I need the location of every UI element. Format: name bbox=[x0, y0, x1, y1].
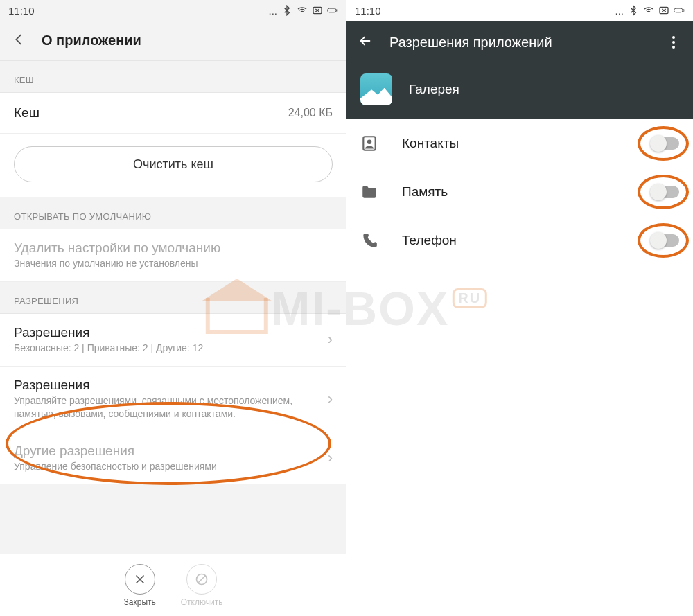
perm3-title: Другие разрешения bbox=[14, 443, 321, 459]
disable-action[interactable]: Отключить bbox=[181, 564, 223, 607]
permissions-row-2[interactable]: Разрешения Управляйте разрешениями, связ… bbox=[0, 367, 346, 432]
permissions-page-title: Разрешения приложений bbox=[389, 35, 649, 51]
perm3-sub: Управление безопасностью и разрешениями bbox=[14, 460, 321, 473]
chevron-right-icon: › bbox=[328, 449, 333, 467]
back-arrow-icon[interactable] bbox=[358, 33, 373, 51]
clear-cache-button[interactable]: Очистить кеш bbox=[14, 146, 333, 182]
other-permissions-row[interactable]: Другие разрешения Управление безопасност… bbox=[0, 432, 346, 485]
page-title: О приложении bbox=[42, 33, 141, 49]
svg-rect-2 bbox=[337, 10, 337, 11]
reset-defaults-sub: Значения по умолчанию не установлены bbox=[14, 257, 326, 270]
chevron-right-icon: › bbox=[328, 390, 333, 408]
permission-row-storage[interactable]: Память bbox=[346, 168, 693, 216]
phone-icon bbox=[360, 231, 378, 249]
status-icons: ... bbox=[615, 5, 685, 17]
perm1-sub: Безопасные: 2 | Приватные: 2 | Другие: 1… bbox=[14, 342, 321, 355]
phone-right-permissions: 11:10 ... Разрешения приложений Галерея bbox=[346, 0, 693, 616]
disable-label: Отключить bbox=[181, 597, 223, 607]
svg-rect-6 bbox=[683, 10, 684, 11]
battery-icon bbox=[327, 5, 338, 16]
menu-kebab-icon[interactable] bbox=[665, 36, 682, 49]
section-cache-header: КЕШ bbox=[0, 61, 346, 93]
permission-row-contacts[interactable]: Контакты bbox=[346, 119, 693, 168]
wifi-icon bbox=[297, 5, 308, 16]
bluetooth-icon bbox=[281, 5, 292, 16]
clear-cache-label: Очистить кеш bbox=[133, 157, 213, 172]
bluetooth-icon bbox=[628, 5, 639, 16]
permission-toggle[interactable] bbox=[651, 137, 679, 150]
block-icon bbox=[186, 564, 217, 595]
perm2-title: Разрешения bbox=[14, 378, 321, 393]
svg-rect-1 bbox=[328, 8, 337, 12]
close-box-icon bbox=[658, 5, 669, 16]
close-box-icon bbox=[312, 5, 323, 16]
app-row: Галерея bbox=[346, 64, 693, 119]
more-icon: ... bbox=[268, 5, 277, 17]
phone-left-app-info: 11:10 ... О приложении КЕШ Кеш 24,00 КБ … bbox=[0, 0, 346, 616]
battery-icon bbox=[674, 5, 685, 16]
folder-icon bbox=[360, 183, 378, 201]
permission-label: Телефон bbox=[402, 233, 628, 248]
status-bar: 11:10 ... bbox=[346, 0, 693, 21]
bottom-actions: Закрыть Отключить bbox=[0, 554, 346, 616]
app-info-header: О приложении bbox=[0, 21, 346, 61]
gallery-app-icon bbox=[360, 73, 392, 105]
permission-toggle[interactable] bbox=[651, 186, 679, 198]
permissions-row-1[interactable]: Разрешения Безопасные: 2 | Приватные: 2 … bbox=[0, 314, 346, 367]
reset-defaults-row[interactable]: Удалить настройки по умолчанию Значения … bbox=[0, 229, 346, 282]
more-icon: ... bbox=[615, 5, 624, 17]
perm2-sub: Управляйте разрешениями, связанными с ме… bbox=[14, 394, 321, 421]
chevron-right-icon: › bbox=[328, 331, 333, 349]
permission-toggle[interactable] bbox=[651, 234, 679, 247]
close-label: Закрыть bbox=[124, 597, 156, 607]
cache-row[interactable]: Кеш 24,00 КБ bbox=[0, 93, 346, 134]
wifi-icon bbox=[643, 5, 654, 16]
cache-value: 24,00 КБ bbox=[288, 107, 333, 119]
back-chevron-icon[interactable] bbox=[11, 32, 26, 50]
permissions-dark-header: Разрешения приложений Галерея bbox=[346, 21, 693, 119]
permission-label: Контакты bbox=[402, 136, 628, 151]
contacts-icon bbox=[360, 134, 378, 152]
section-permissions-header: РАЗРЕШЕНИЯ bbox=[0, 282, 346, 314]
section-open-default-header: ОТКРЫВАТЬ ПО УМОЛЧАНИЮ bbox=[0, 197, 346, 229]
app-name: Галерея bbox=[409, 82, 459, 97]
permission-row-phone[interactable]: Телефон bbox=[346, 216, 693, 265]
close-icon bbox=[125, 564, 155, 595]
permission-label: Память bbox=[402, 184, 628, 200]
status-time: 11:10 bbox=[8, 5, 35, 17]
clear-cache-wrap: Очистить кеш bbox=[0, 134, 346, 197]
reset-defaults-title: Удалить настройки по умолчанию bbox=[14, 240, 326, 256]
close-action[interactable]: Закрыть bbox=[124, 564, 156, 607]
status-time: 11:10 bbox=[355, 5, 381, 17]
cache-label: Кеш bbox=[14, 105, 40, 121]
svg-point-8 bbox=[367, 140, 372, 145]
perm1-title: Разрешения bbox=[14, 325, 321, 340]
svg-rect-5 bbox=[674, 8, 683, 12]
status-icons: ... bbox=[268, 5, 338, 17]
status-bar: 11:10 ... bbox=[0, 0, 346, 21]
